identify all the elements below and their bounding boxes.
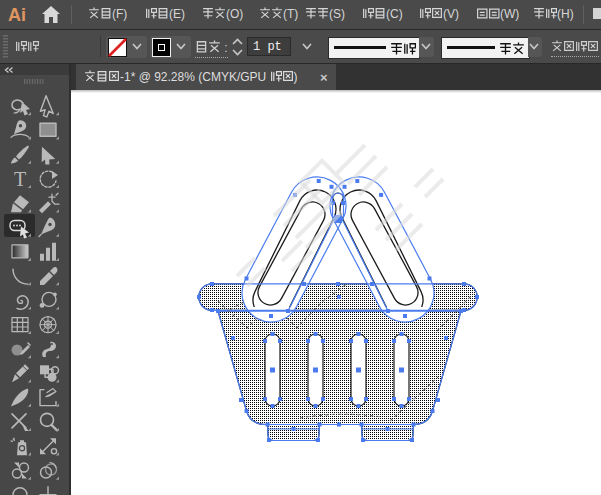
svg-text:T: T bbox=[14, 168, 26, 190]
